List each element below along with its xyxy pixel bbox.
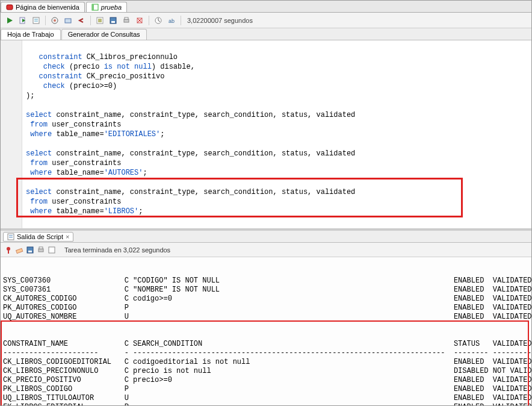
file-tabbar: Página de bienvenida prueba [1, 1, 531, 13]
svg-rect-2 [92, 4, 94, 10]
run-button[interactable] [4, 15, 15, 26]
separator [149, 16, 149, 25]
output-toolbar: Tarea terminada en 3,022 segundos [1, 243, 531, 257]
tab-prueba-label: prueba [101, 4, 122, 11]
svg-rect-6 [33, 17, 39, 23]
separator [181, 16, 181, 25]
print-output-button[interactable] [37, 246, 45, 254]
svg-rect-16 [124, 19, 129, 22]
separator [45, 16, 46, 25]
svg-rect-30 [16, 248, 23, 253]
svg-rect-33 [39, 249, 43, 252]
subtab-worksheet[interactable]: Hoja de Trabajo [1, 29, 61, 40]
worksheet-tabs: Hoja de Trabajo Generador de Consultas [1, 28, 531, 40]
rollback-button[interactable] [76, 15, 87, 26]
svg-text:ab: ab [169, 18, 175, 24]
autotrace-button[interactable] [49, 15, 60, 26]
tab-welcome-label: Página de bienvenida [16, 4, 79, 11]
sql-editor[interactable]: constraint CK_libros_precionnulo check (… [1, 40, 531, 231]
clear-button[interactable] [134, 15, 145, 26]
output-text: SYS_C007360 C "CODIGO" IS NOT NULL ENABL… [3, 276, 529, 406]
wrap-button[interactable] [48, 246, 56, 254]
separator [90, 16, 91, 25]
svg-point-28 [7, 247, 10, 251]
output-tab-label: Salida de Script [17, 233, 63, 240]
output-tab-script[interactable]: Salida de Script × [3, 232, 73, 242]
script-output-icon [7, 233, 14, 240]
close-icon[interactable]: × [66, 233, 69, 240]
task-status: Tarea terminada en 3,022 segundos [64, 246, 170, 254]
svg-rect-17 [125, 17, 128, 19]
tab-welcome[interactable]: Página de bienvenida [1, 2, 85, 12]
svg-rect-32 [28, 251, 32, 252]
run-script-button[interactable] [17, 15, 28, 26]
save-output-button[interactable] [26, 246, 34, 254]
tab-prueba[interactable]: prueba [86, 2, 127, 12]
svg-rect-15 [111, 21, 115, 23]
svg-rect-13 [98, 19, 102, 22]
explain-button[interactable] [31, 15, 42, 26]
code-area[interactable]: constraint CK_libros_precionnulo check (… [22, 40, 531, 228]
oracle-icon [6, 4, 13, 11]
line-gutter [1, 40, 22, 228]
unshared-button[interactable] [94, 15, 105, 26]
print-button[interactable] [121, 15, 132, 26]
svg-rect-34 [39, 247, 43, 249]
svg-rect-0 [7, 5, 13, 10]
subtab-querybuilder[interactable]: Generador de Consultas [61, 29, 147, 40]
script-output[interactable]: SYS_C007360 C "CODIGO" IS NOT NULL ENABL… [1, 257, 531, 406]
svg-point-10 [54, 19, 56, 22]
svg-rect-25 [8, 234, 14, 240]
case-button[interactable]: ab [166, 15, 177, 26]
commit-button[interactable] [63, 15, 73, 26]
pin-button[interactable] [4, 246, 13, 254]
worksheet-icon [91, 4, 99, 11]
svg-rect-35 [49, 247, 55, 253]
svg-rect-11 [65, 19, 71, 23]
svg-marker-3 [7, 17, 13, 23]
save-button[interactable] [108, 15, 119, 26]
output-tabbar: Salida de Script × [1, 231, 531, 243]
erase-button[interactable] [15, 246, 23, 254]
main-toolbar: ab 3,02200007 segundos [1, 13, 531, 28]
execution-time: 3,02200007 segundos [187, 17, 253, 24]
sql-history-button[interactable] [153, 15, 164, 26]
